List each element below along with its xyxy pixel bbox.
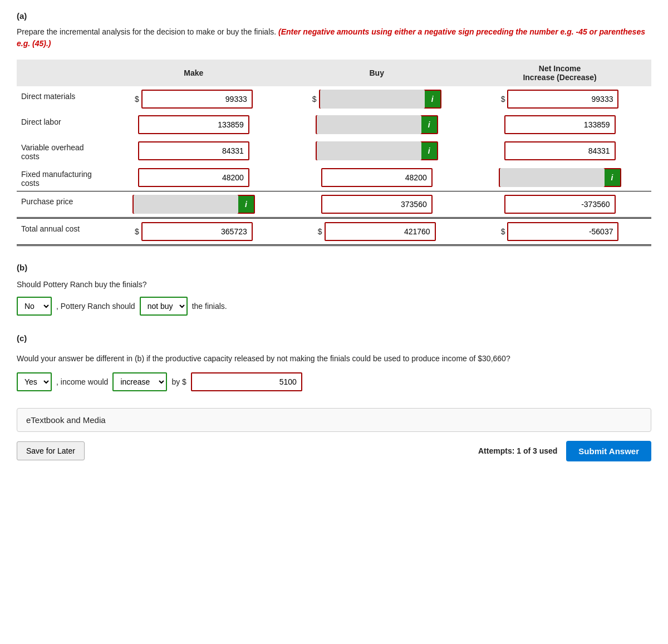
- buy-info-btn-0[interactable]: i: [425, 91, 440, 107]
- buy-input-1[interactable]: [317, 115, 421, 134]
- make-cell-5: $: [102, 218, 285, 245]
- section-b-label: (b): [17, 263, 651, 272]
- make-cell-2: [102, 137, 285, 164]
- net-input-3[interactable]: [500, 168, 605, 187]
- make-cell-1: [102, 112, 285, 137]
- make-input-5[interactable]: [141, 222, 253, 241]
- section-c-middle: , income would: [56, 377, 108, 386]
- net-cell-3: i: [468, 164, 651, 191]
- right-group: Attempts: 1 of 3 used Submit Answer: [478, 441, 651, 461]
- buy-input-container-1: i: [316, 115, 438, 134]
- net-dollar-5: $: [501, 227, 505, 236]
- make-input-container-4: i: [132, 195, 255, 214]
- section-b-form: NoYes , Pottery Ranch should not buybuy …: [17, 297, 651, 316]
- section-a: (a) Prepare the incremental analysis for…: [17, 11, 651, 246]
- section-b-question: Should Pottery Ranch buy the finials?: [17, 280, 651, 289]
- section-c-by: by $: [171, 377, 186, 386]
- row-label-0: Direct materials: [17, 86, 102, 112]
- buy-input-2[interactable]: [317, 141, 421, 160]
- section-a-label: (a): [17, 11, 651, 21]
- make-input-1[interactable]: [138, 115, 249, 134]
- etextbook-bar: eTextbook and Media: [17, 408, 651, 432]
- net-input-1[interactable]: [504, 115, 616, 134]
- buy-input-3[interactable]: [321, 168, 433, 187]
- make-dollar-5: $: [135, 227, 139, 236]
- submit-answer-button[interactable]: Submit Answer: [566, 441, 651, 461]
- make-input-0[interactable]: [141, 90, 253, 109]
- footer-actions: Save for Later Attempts: 1 of 3 used Sub…: [17, 441, 651, 461]
- section-c-label: (c): [17, 332, 651, 345]
- instructions-text: Prepare the incremental analysis for the…: [17, 27, 276, 36]
- attempts-text: Attempts: 1 of 3 used: [478, 446, 557, 455]
- buy-dollar-5: $: [318, 227, 322, 236]
- net-input-4[interactable]: [504, 195, 616, 214]
- buy-input-5[interactable]: [325, 222, 436, 241]
- buy-input-container-2: i: [316, 141, 438, 160]
- net-cell-1: [468, 112, 651, 137]
- save-later-button[interactable]: Save for Later: [17, 441, 85, 460]
- make-input-2[interactable]: [138, 141, 249, 160]
- row-label-3: Fixed manufacturing costs: [17, 164, 102, 191]
- section-b-end: the finials.: [192, 302, 227, 311]
- buy-info-btn-1[interactable]: i: [421, 116, 437, 133]
- etextbook-label: eTextbook and Media: [26, 415, 106, 425]
- amount-input-c[interactable]: [191, 372, 302, 391]
- section-c-form: YesNo , income would increasedecrease by…: [17, 372, 651, 391]
- net-cell-2: [468, 137, 651, 164]
- analysis-table: Make Buy Net Income Increase (Decrease) …: [17, 60, 651, 246]
- net-cell-4: [468, 191, 651, 218]
- buy-cell-3: [285, 164, 468, 191]
- row-label-5: Total annual cost: [17, 218, 102, 245]
- net-input-2[interactable]: [504, 141, 616, 160]
- net-cell-5: $: [468, 218, 651, 245]
- make-cell-3: [102, 164, 285, 191]
- buy-dollar-0: $: [312, 95, 317, 104]
- buy-input-0[interactable]: [320, 90, 425, 109]
- buy-cell-1: i: [285, 112, 468, 137]
- net-info-btn-3[interactable]: i: [605, 169, 620, 186]
- section-b-middle: , Pottery Ranch should: [56, 302, 135, 311]
- header-net: Net Income Increase (Decrease): [468, 60, 651, 86]
- row-label-4: Purchase price: [17, 191, 102, 218]
- header-buy: Buy: [285, 60, 468, 86]
- buy-cell-4: [285, 191, 468, 218]
- buy-input-container-0: i: [319, 90, 441, 109]
- buy-info-btn-2[interactable]: i: [421, 142, 437, 159]
- row-label-1: Direct labor: [17, 112, 102, 137]
- make-cell-4: i: [102, 191, 285, 218]
- net-input-container-3: i: [499, 168, 621, 187]
- header-make: Make: [102, 60, 285, 86]
- header-col0: [17, 60, 102, 86]
- action-select-b[interactable]: not buybuy: [140, 297, 188, 316]
- net-input-0[interactable]: [507, 90, 618, 109]
- make-cell-0: $: [102, 86, 285, 112]
- net-input-5[interactable]: [507, 222, 618, 241]
- section-c-question: Would your answer be different in (b) if…: [17, 353, 651, 365]
- net-dollar-0: $: [501, 95, 505, 104]
- make-dollar-0: $: [135, 95, 139, 104]
- buy-cell-5: $: [285, 218, 468, 245]
- change-select-c[interactable]: increasedecrease: [112, 372, 167, 391]
- make-input-4[interactable]: [134, 195, 238, 214]
- buy-input-4[interactable]: [321, 195, 433, 214]
- net-cell-0: $: [468, 86, 651, 112]
- make-info-btn-4[interactable]: i: [238, 196, 254, 213]
- yn-select-b[interactable]: NoYes: [17, 297, 52, 316]
- make-input-3[interactable]: [138, 168, 249, 187]
- yn-select-c[interactable]: YesNo: [17, 372, 52, 391]
- buy-cell-2: i: [285, 137, 468, 164]
- section-b: (b) Should Pottery Ranch buy the finials…: [17, 263, 651, 316]
- buy-cell-0: $i: [285, 86, 468, 112]
- instructions: Prepare the incremental analysis for the…: [17, 26, 651, 50]
- section-c: (c) Would your answer be different in (b…: [17, 332, 651, 391]
- row-label-2: Variable overhead costs: [17, 137, 102, 164]
